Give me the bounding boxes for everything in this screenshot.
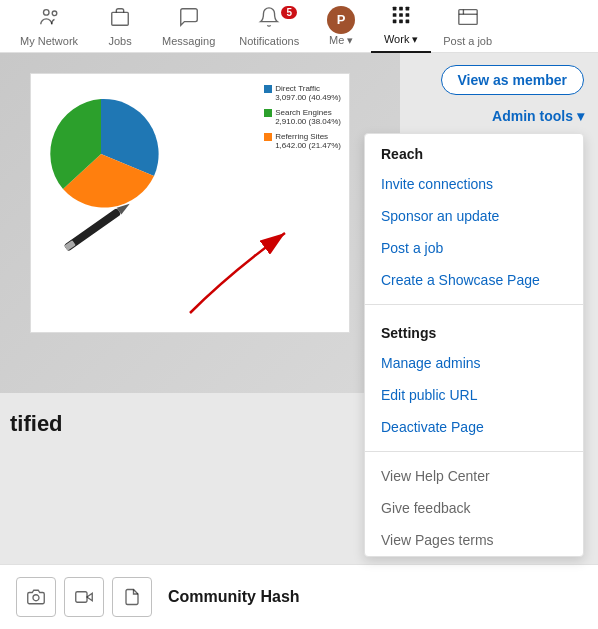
nav-item-work[interactable]: Work ▾ — [371, 0, 431, 53]
legend-item-direct: Direct Traffic 3,097.00 (40.49%) — [264, 84, 341, 102]
community-hash-label: Community Hash — [168, 588, 300, 606]
dropdown-divider-2 — [365, 451, 583, 452]
top-navigation: My Network Jobs Messaging 5 Notification… — [0, 0, 598, 53]
admin-tools-chevron-icon: ▾ — [577, 108, 584, 124]
dropdown-item-deactivate-page[interactable]: Deactivate Page — [365, 411, 583, 443]
admin-tools-label: Admin tools — [492, 108, 573, 124]
document-icon — [123, 588, 141, 606]
bottom-toolbar: Community Hash — [0, 564, 598, 629]
avatar: P — [327, 6, 355, 34]
dropdown-divider-1 — [365, 304, 583, 305]
dropdown-item-give-feedback[interactable]: Give feedback — [365, 492, 583, 524]
svg-rect-8 — [406, 13, 410, 17]
page-partial-title: tified — [10, 411, 63, 437]
nav-label-notifications: Notifications — [239, 35, 299, 47]
nav-label-work: Work ▾ — [384, 33, 419, 46]
svg-point-0 — [44, 9, 50, 15]
legend-value-referring: 1,642.00 (21.47%) — [275, 141, 341, 150]
post-job-icon — [457, 6, 479, 33]
svg-marker-20 — [87, 593, 92, 601]
svg-rect-9 — [393, 20, 397, 24]
chart-legend: Direct Traffic 3,097.00 (40.49%) Search … — [264, 84, 341, 150]
dropdown-item-edit-url[interactable]: Edit public URL — [365, 379, 583, 411]
svg-rect-7 — [399, 13, 403, 17]
dropdown-item-create-showcase[interactable]: Create a Showcase Page — [365, 264, 583, 296]
dropdown-item-view-help[interactable]: View Help Center — [365, 460, 583, 492]
svg-rect-4 — [399, 7, 403, 11]
work-icon — [390, 4, 412, 31]
legend-item-referring: Referring Sites 1,642.00 (21.47%) — [264, 132, 341, 150]
dropdown-section-reach-header: Reach — [365, 134, 583, 168]
legend-label-direct: Direct Traffic — [275, 84, 341, 93]
document-button[interactable] — [112, 577, 152, 617]
legend-item-search: Search Engines 2,910.00 (38.04%) — [264, 108, 341, 126]
camera-button[interactable] — [16, 577, 56, 617]
nav-label-jobs: Jobs — [108, 35, 131, 47]
notifications-badge: 5 — [281, 6, 297, 19]
legend-color-direct — [264, 85, 272, 93]
nav-label-messaging: Messaging — [162, 35, 215, 47]
admin-tools-button[interactable]: Admin tools ▾ — [492, 108, 584, 124]
nav-item-jobs[interactable]: Jobs — [90, 0, 150, 53]
dropdown-item-view-pages-terms[interactable]: View Pages terms — [365, 524, 583, 556]
main-content: Direct Traffic 3,097.00 (40.49%) Search … — [0, 53, 598, 629]
view-as-member-button[interactable]: View as member — [441, 65, 584, 95]
pie-chart — [41, 94, 161, 214]
nav-item-messaging[interactable]: Messaging — [150, 0, 227, 53]
svg-rect-2 — [112, 12, 129, 25]
svg-rect-10 — [399, 20, 403, 24]
camera-icon — [27, 588, 45, 606]
svg-rect-12 — [458, 9, 476, 24]
svg-point-1 — [52, 11, 57, 16]
nav-item-my-network[interactable]: My Network — [8, 0, 90, 53]
messaging-icon — [178, 6, 200, 33]
svg-rect-5 — [406, 7, 410, 11]
svg-rect-6 — [393, 13, 397, 17]
dropdown-item-invite-connections[interactable]: Invite connections — [365, 168, 583, 200]
legend-value-search: 2,910.00 (38.04%) — [275, 117, 341, 126]
svg-rect-21 — [76, 592, 87, 603]
legend-color-search — [264, 109, 272, 117]
notifications-icon — [258, 6, 280, 33]
video-button[interactable] — [64, 577, 104, 617]
nav-item-post-job[interactable]: Post a job — [431, 0, 504, 53]
video-icon — [75, 588, 93, 606]
jobs-icon — [109, 6, 131, 33]
nav-label-my-network: My Network — [20, 35, 78, 47]
svg-rect-11 — [406, 20, 410, 24]
svg-point-19 — [33, 595, 39, 601]
legend-value-direct: 3,097.00 (40.49%) — [275, 93, 341, 102]
admin-tools-dropdown: Reach Invite connections Sponsor an upda… — [364, 133, 584, 557]
nav-item-me[interactable]: P Me ▾ — [311, 0, 371, 53]
legend-color-referring — [264, 133, 272, 141]
svg-rect-3 — [393, 7, 397, 11]
my-network-icon — [38, 6, 60, 33]
dropdown-section-settings-header: Settings — [365, 313, 583, 347]
legend-label-search: Search Engines — [275, 108, 341, 117]
nav-label-me: Me ▾ — [329, 34, 353, 47]
nav-label-post-job: Post a job — [443, 35, 492, 47]
nav-item-notifications[interactable]: 5 Notifications — [227, 0, 311, 53]
red-arrow-annotation — [180, 213, 300, 337]
dropdown-item-manage-admins[interactable]: Manage admins — [365, 347, 583, 379]
dropdown-item-sponsor-update[interactable]: Sponsor an update — [365, 200, 583, 232]
dropdown-item-post-job[interactable]: Post a job — [365, 232, 583, 264]
legend-label-referring: Referring Sites — [275, 132, 341, 141]
